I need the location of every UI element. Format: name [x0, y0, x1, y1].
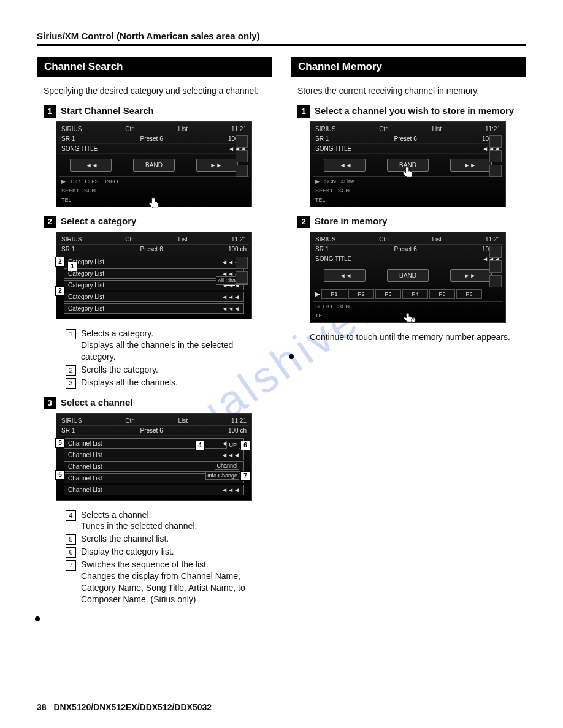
def-num-7: 7 — [66, 560, 76, 571]
preset-p4[interactable]: P4 — [402, 289, 428, 299]
screen-sr: SR 1 — [61, 135, 75, 142]
screen-preset: Preset 6 — [331, 246, 480, 252]
screen-list: List — [432, 126, 442, 132]
band-button[interactable]: BAND — [387, 159, 429, 172]
bottom-scn[interactable]: SCN — [324, 178, 336, 184]
def-1: Selects a category. — [81, 328, 153, 338]
screen-sr: SR 1 — [61, 246, 75, 252]
bottom-chs[interactable]: CH-S. — [85, 178, 101, 184]
def-num-1: 1 — [66, 329, 76, 339]
preset-p3[interactable]: P3 — [375, 289, 401, 299]
callout-2: 2 — [55, 286, 65, 296]
bottom-info[interactable]: INFO — [105, 178, 118, 184]
bottom-scn: SCN — [84, 188, 96, 194]
def-1b: Displays all the channels in the selecte… — [81, 340, 233, 362]
callout-5: 5 — [55, 470, 65, 480]
bottom-seek1: SEEK1 — [315, 188, 333, 194]
bottom-tel: TEL — [315, 197, 326, 203]
info-change-button[interactable]: Info Change — [205, 471, 239, 480]
bottom-scn2: SCN — [338, 188, 350, 194]
preset-p1[interactable]: P1 — [321, 289, 347, 299]
mem-step-2-label: Store in memory — [315, 216, 387, 228]
step-num-2: 2 — [44, 216, 56, 228]
callout-1: 1 — [67, 262, 77, 271]
mem-step-1-label: Select a channel you wish to store in me… — [315, 105, 514, 118]
bottom-tel: TEL — [315, 313, 326, 319]
next-button[interactable]: ►►| — [450, 159, 492, 172]
screen-list: List — [178, 126, 188, 132]
screen-ch: 100 ch — [228, 427, 247, 434]
category-list-item[interactable]: Category List◄◄◄ — [64, 257, 244, 267]
mem-step-2: 2 Store in memory — [297, 216, 524, 228]
page-header: Sirius/XM Control (North American sales … — [37, 31, 526, 46]
side-icon[interactable] — [236, 150, 248, 162]
side-icon[interactable] — [236, 271, 248, 284]
side-icon[interactable] — [489, 135, 502, 148]
bottom-4line[interactable]: 4Line — [341, 178, 354, 184]
step-2: 2 Select a category — [44, 216, 270, 228]
channel-list-item[interactable]: Channel List◄◄◄ — [64, 438, 244, 449]
preset-p6[interactable]: P6 — [456, 289, 482, 299]
screen-songtitle: SONG TITLE — [61, 145, 98, 152]
screen-step1: SIRIUS Ctrl List 11:21 SR 1 Preset 6 100… — [56, 121, 252, 207]
def-num-4: 4 — [66, 510, 76, 521]
screen-preset: Preset 6 — [331, 135, 480, 142]
intro-channel-search: Specifying the desired category and sele… — [44, 85, 270, 97]
preset-p5[interactable]: P5 — [429, 289, 455, 299]
band-button[interactable]: BAND — [133, 159, 175, 172]
screen-ctrl: Ctrl — [125, 236, 135, 243]
screen-list: List — [178, 417, 188, 424]
side-icon[interactable] — [489, 260, 502, 273]
side-icon[interactable] — [489, 165, 502, 177]
step-1-label: Start Channel Search — [61, 105, 154, 118]
section-title-channel-search: Channel Search — [37, 57, 272, 77]
screen-time: 11:21 — [231, 236, 247, 243]
prev-button[interactable]: |◄◄ — [70, 159, 112, 172]
side-icon[interactable] — [236, 257, 248, 269]
next-button[interactable]: ►►| — [450, 269, 492, 282]
screen-ctrl: Ctrl — [125, 417, 135, 424]
screen-sr: SR 1 — [315, 135, 329, 142]
definitions-step3: 4Selects a channel.Tunes in the selected… — [66, 509, 270, 605]
col-channel-search: Channel Search Specifying the desired ca… — [37, 57, 272, 628]
step-3: 3 Select a channel — [44, 397, 270, 409]
footer-models: DNX5120/DNX512EX/DDX512/DDX5032 — [53, 702, 212, 712]
side-icon[interactable] — [489, 275, 502, 287]
intro-channel-memory: Stores the current receiving channel in … — [297, 85, 524, 97]
step-num-2: 2 — [297, 216, 310, 228]
category-list-item[interactable]: Category List◄◄◄ — [64, 303, 244, 314]
screen-source: SIRIUS — [315, 236, 335, 243]
screen-songtitle: SONG TITLE — [315, 145, 351, 152]
preset-p2[interactable]: P2 — [348, 289, 374, 299]
def-num-3: 3 — [66, 378, 76, 389]
screen-source: SIRIUS — [61, 236, 82, 243]
step-2-label: Select a category — [61, 216, 136, 228]
screen-songtitle: SONG TITLE — [315, 256, 351, 262]
side-icon[interactable] — [489, 246, 502, 258]
side-icon[interactable] — [236, 135, 248, 148]
side-icon[interactable] — [489, 150, 502, 162]
prev-button[interactable]: |◄◄ — [324, 269, 366, 282]
def-7b: Changes the display from Channel Name, C… — [81, 571, 245, 604]
footer: 38 DNX5120/DNX512EX/DDX512/DDX5032 — [37, 702, 212, 712]
def-5: Scrolls the channel list. — [81, 533, 270, 545]
def-4b: Tunes in the selected channel. — [81, 521, 197, 531]
memory-after-text: Continue to touch until the memory numbe… — [310, 332, 524, 343]
screen-time: 11:21 — [485, 126, 500, 132]
category-list-item[interactable]: Category List◄◄◄ — [64, 292, 244, 302]
next-button[interactable]: ►►| — [196, 159, 238, 172]
def-6: Display the category list. — [81, 546, 270, 558]
prev-button[interactable]: |◄◄ — [324, 159, 366, 172]
channel-list-item[interactable]: Channel List◄◄◄ — [64, 485, 244, 495]
bottom-tel: TEL — [61, 197, 72, 203]
screen-time: 11:21 — [231, 126, 247, 132]
screen-sr: SR 1 — [61, 427, 75, 434]
side-icon[interactable] — [236, 165, 248, 177]
band-button[interactable]: BAND — [387, 269, 429, 282]
bottom-seek1: SEEK1 — [61, 188, 79, 194]
bottom-dir[interactable]: DIR — [71, 178, 80, 184]
callout-2: 2 — [55, 257, 65, 267]
channel-list-item[interactable]: Channel List◄◄◄ — [64, 450, 244, 460]
up-button[interactable]: UP — [226, 441, 239, 449]
screen-preset: Preset 6 — [77, 135, 226, 142]
